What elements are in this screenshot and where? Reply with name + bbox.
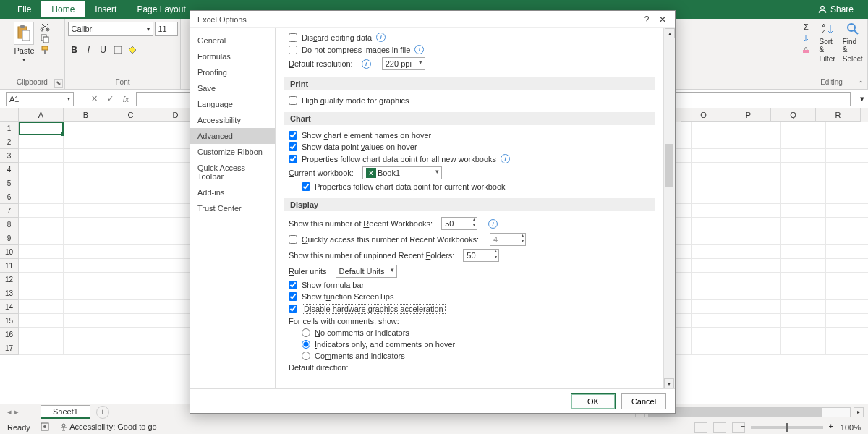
cell[interactable] bbox=[64, 341, 109, 355]
cell[interactable] bbox=[692, 122, 736, 135]
cell[interactable] bbox=[64, 218, 109, 231]
row-header[interactable]: 6 bbox=[0, 190, 19, 204]
cell[interactable] bbox=[781, 190, 826, 204]
view-normal-icon[interactable] bbox=[694, 422, 707, 433]
cell[interactable] bbox=[736, 204, 781, 218]
col-header[interactable]: P bbox=[726, 109, 771, 122]
nav-accessibility[interactable]: Accessibility bbox=[190, 112, 275, 128]
fill-color-button[interactable] bbox=[126, 43, 139, 56]
cell[interactable] bbox=[736, 259, 781, 273]
cell[interactable] bbox=[781, 231, 826, 245]
cell[interactable] bbox=[736, 135, 781, 149]
fill-icon[interactable] bbox=[800, 33, 812, 43]
cell[interactable] bbox=[109, 218, 153, 231]
current-workbook-dropdown[interactable]: XBook1 bbox=[362, 166, 442, 179]
cell[interactable] bbox=[781, 328, 826, 341]
tab-home[interactable]: Home bbox=[41, 1, 85, 17]
bold-button[interactable]: B bbox=[68, 43, 81, 56]
italic-button[interactable]: I bbox=[82, 43, 95, 56]
cell[interactable] bbox=[781, 204, 826, 218]
zoom-value[interactable]: 100% bbox=[841, 423, 861, 432]
cell[interactable] bbox=[64, 286, 109, 300]
cell[interactable] bbox=[19, 273, 64, 286]
ok-button[interactable]: OK bbox=[571, 393, 616, 409]
cell[interactable] bbox=[692, 300, 736, 314]
comments-both-radio[interactable] bbox=[302, 352, 310, 360]
cell[interactable] bbox=[781, 163, 826, 176]
cell[interactable] bbox=[19, 286, 64, 300]
cell[interactable] bbox=[781, 341, 826, 355]
cell[interactable] bbox=[736, 231, 781, 245]
font-size-dropdown[interactable]: 11 bbox=[155, 22, 178, 36]
col-header[interactable]: A bbox=[19, 109, 64, 122]
hscroll-right-icon[interactable]: ▸ bbox=[854, 407, 864, 417]
nav-addins[interactable]: Add-ins bbox=[190, 184, 275, 200]
cell[interactable] bbox=[692, 176, 736, 190]
clear-icon[interactable] bbox=[800, 45, 812, 55]
cell[interactable] bbox=[736, 328, 781, 341]
zoom-thumb[interactable] bbox=[786, 423, 788, 432]
row-header[interactable]: 5 bbox=[0, 176, 19, 190]
cell[interactable] bbox=[19, 163, 64, 176]
cell[interactable] bbox=[826, 149, 868, 163]
cell[interactable] bbox=[109, 135, 153, 149]
chart-hover-names-checkbox[interactable] bbox=[289, 131, 297, 140]
row-header[interactable]: 2 bbox=[0, 135, 19, 149]
cell[interactable] bbox=[826, 122, 868, 135]
cell[interactable] bbox=[826, 163, 868, 176]
show-screentips-checkbox[interactable] bbox=[289, 292, 297, 301]
ruler-units-dropdown[interactable]: Default Units bbox=[336, 265, 397, 278]
high-quality-checkbox[interactable] bbox=[289, 96, 297, 105]
cell[interactable] bbox=[109, 328, 153, 341]
default-resolution-dropdown[interactable]: 220 ppi bbox=[382, 57, 425, 70]
sheet-tab[interactable]: Sheet1 bbox=[41, 405, 90, 419]
cell[interactable] bbox=[19, 231, 64, 245]
info-icon[interactable]: i bbox=[376, 33, 386, 42]
cell[interactable] bbox=[692, 204, 736, 218]
cell[interactable] bbox=[64, 122, 109, 135]
paste-button[interactable]: Paste ▾ bbox=[14, 22, 34, 63]
vscroll-down-icon[interactable]: ▾ bbox=[664, 378, 674, 388]
cell[interactable] bbox=[64, 314, 109, 328]
cell[interactable] bbox=[736, 176, 781, 190]
accessibility-status[interactable]: Accessibility: Good to go bbox=[59, 422, 157, 432]
cell[interactable] bbox=[736, 218, 781, 231]
cell[interactable] bbox=[826, 176, 868, 190]
dialog-close-button[interactable]: ✕ bbox=[655, 13, 671, 26]
row-header[interactable]: 16 bbox=[0, 328, 19, 341]
nav-proofing[interactable]: Proofing bbox=[190, 64, 275, 80]
font-name-dropdown[interactable]: Calibri▾ bbox=[68, 22, 153, 36]
info-icon[interactable]: i bbox=[362, 59, 371, 69]
cell[interactable] bbox=[19, 176, 64, 190]
cell[interactable] bbox=[781, 286, 826, 300]
comments-none-radio[interactable] bbox=[302, 328, 310, 337]
cell[interactable] bbox=[781, 300, 826, 314]
info-icon[interactable]: i bbox=[414, 45, 424, 54]
cell[interactable] bbox=[692, 273, 736, 286]
row-header[interactable]: 17 bbox=[0, 341, 19, 355]
cell[interactable] bbox=[826, 259, 868, 273]
row-header[interactable]: 1 bbox=[0, 122, 19, 135]
cell[interactable] bbox=[692, 286, 736, 300]
cell[interactable] bbox=[19, 204, 64, 218]
cell[interactable] bbox=[736, 314, 781, 328]
nav-save[interactable]: Save bbox=[190, 80, 275, 96]
tab-insert[interactable]: Insert bbox=[85, 1, 127, 17]
dialog-titlebar[interactable]: Excel Options ? ✕ bbox=[190, 11, 675, 28]
tab-file[interactable]: File bbox=[7, 1, 41, 17]
row-header[interactable]: 12 bbox=[0, 273, 19, 286]
cell[interactable] bbox=[64, 245, 109, 259]
cell[interactable] bbox=[19, 328, 64, 341]
cell[interactable] bbox=[109, 341, 153, 355]
cell[interactable] bbox=[736, 341, 781, 355]
cell[interactable] bbox=[781, 218, 826, 231]
cell[interactable] bbox=[781, 245, 826, 259]
cell[interactable] bbox=[736, 122, 781, 135]
cell[interactable] bbox=[826, 300, 868, 314]
format-painter-icon[interactable] bbox=[39, 45, 51, 55]
row-header[interactable]: 13 bbox=[0, 286, 19, 300]
cell[interactable] bbox=[692, 135, 736, 149]
nav-formulas[interactable]: Formulas bbox=[190, 48, 275, 64]
comments-indicators-radio[interactable] bbox=[302, 340, 310, 349]
fx-icon[interactable]: fx bbox=[120, 93, 132, 105]
